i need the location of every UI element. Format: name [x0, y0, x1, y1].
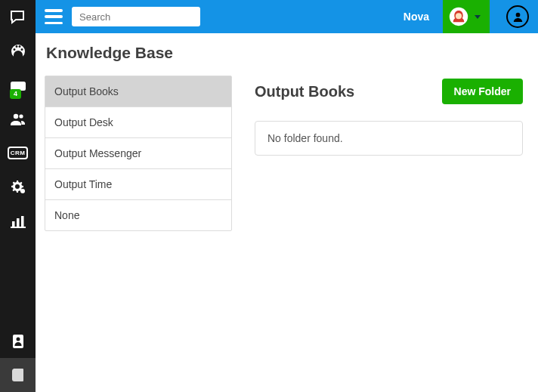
sidebar-item-dashboard[interactable] [0, 34, 36, 68]
svg-point-11 [16, 337, 20, 341]
category-list: Output Books Output Desk Output Messenge… [45, 76, 232, 231]
book-icon [9, 366, 27, 384]
svg-point-4 [19, 114, 23, 118]
chevron-down-icon [475, 15, 481, 19]
sidebar-item-settings[interactable] [0, 170, 36, 204]
gears-icon [9, 178, 27, 196]
bar-chart-icon [9, 212, 27, 230]
users-icon [9, 110, 27, 128]
app-sidebar: 4 CRM [0, 0, 36, 392]
sidebar-item-profile[interactable] [0, 324, 36, 358]
user-menu[interactable] [443, 0, 490, 33]
svg-point-13 [456, 13, 462, 19]
svg-rect-6 [12, 221, 15, 227]
detail-title: Output Books [255, 83, 354, 100]
svg-rect-0 [11, 82, 25, 90]
category-item[interactable]: Output Time [45, 168, 231, 199]
gauge-icon [9, 42, 27, 60]
current-user-name: Nova [404, 11, 429, 23]
svg-rect-9 [11, 227, 26, 228]
sidebar-badge: 4 [10, 89, 21, 99]
menu-toggle[interactable] [45, 9, 63, 24]
crm-icon: CRM [8, 147, 29, 159]
category-item[interactable]: Output Messenger [45, 137, 231, 168]
chat-icon [9, 8, 27, 26]
sidebar-item-crm[interactable]: CRM [0, 136, 36, 170]
sidebar-item-tickets[interactable]: 4 [0, 68, 36, 102]
new-folder-button[interactable]: New Folder [442, 79, 523, 104]
avatar-icon [449, 7, 468, 26]
person-icon [512, 11, 524, 23]
account-button[interactable] [506, 5, 529, 28]
category-item[interactable]: Output Desk [45, 106, 231, 137]
svg-point-3 [13, 113, 17, 118]
svg-rect-10 [13, 335, 23, 348]
category-item[interactable]: None [45, 199, 231, 230]
address-book-icon [9, 332, 27, 350]
search-input[interactable] [72, 7, 200, 26]
svg-rect-8 [21, 216, 24, 227]
category-item[interactable]: Output Books [45, 76, 231, 106]
sidebar-item-inbox[interactable] [0, 0, 36, 34]
sidebar-item-reports[interactable] [0, 204, 36, 238]
svg-point-5 [20, 189, 25, 193]
sidebar-item-knowledge-base[interactable] [0, 358, 36, 392]
page-title: Knowledge Base [46, 44, 523, 62]
empty-state: No folder found. [255, 121, 523, 156]
topbar: Nova [36, 0, 538, 33]
sidebar-item-contacts[interactable] [0, 102, 36, 136]
svg-rect-7 [17, 218, 20, 227]
svg-point-14 [515, 12, 520, 17]
